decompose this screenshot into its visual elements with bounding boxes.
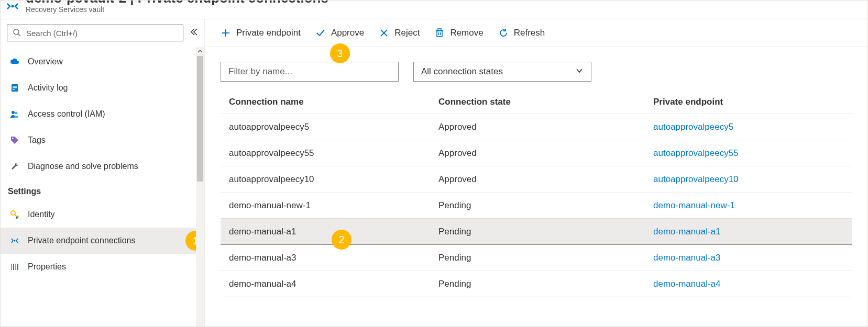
callout-3: 3 xyxy=(330,43,350,63)
sidebar-search-input[interactable] xyxy=(26,29,178,38)
table-row[interactable]: autoapprovalpeecy5 Approved autoapproval… xyxy=(221,114,852,140)
svg-rect-16 xyxy=(17,264,18,270)
endpoint-link[interactable]: autoapprovalpeecy10 xyxy=(653,174,739,184)
plus-icon xyxy=(221,28,231,38)
resource-icon xyxy=(5,1,20,16)
search-icon xyxy=(13,28,21,38)
svg-rect-4 xyxy=(13,86,17,87)
table-row[interactable]: demo-manual-a1 2 Pending demo-manual-a1 xyxy=(221,219,852,245)
cloud-icon xyxy=(10,57,19,66)
table-row[interactable]: demo-manual-a4 Pending demo-manual-a4 xyxy=(221,271,852,297)
cell-state: Approved xyxy=(430,148,645,159)
cell-name: demo-manual-new-1 xyxy=(221,200,430,211)
endpoint-link[interactable]: autoapprovalpeecy55 xyxy=(653,148,739,158)
select-value: All connection states xyxy=(421,66,503,77)
svg-rect-6 xyxy=(13,89,15,90)
table-header: Connection name Connection state Private… xyxy=(221,90,852,114)
sidebar-item-label: Private endpoint connections xyxy=(28,236,135,245)
log-icon xyxy=(10,83,19,93)
svg-rect-15 xyxy=(15,264,16,270)
sidebar-item-identity[interactable]: Identity xyxy=(1,201,204,228)
col-private-endpoint[interactable]: Private endpoint xyxy=(645,97,852,107)
filter-by-name-input[interactable] xyxy=(221,62,399,82)
cell-name: demo-manual-a3 xyxy=(221,253,430,263)
sidebar-item-label: Diagnose and solve problems xyxy=(28,162,138,171)
svg-rect-25 xyxy=(438,29,441,30)
cell-name: demo-manual-a1 2 xyxy=(221,227,430,237)
cell-state: Pending xyxy=(430,200,645,211)
command-bar: Private endpoint Approve 3 Reject Remov xyxy=(205,19,867,47)
sidebar-item-overview[interactable]: Overview xyxy=(1,49,204,75)
sidebar-item-label: Properties xyxy=(28,262,66,272)
resource-type-subtitle: Recovery Services vault xyxy=(26,5,328,14)
trash-icon xyxy=(434,28,445,38)
private-link-icon xyxy=(10,236,19,245)
connections-table: Connection name Connection state Private… xyxy=(205,90,867,297)
collapse-sidebar-button[interactable] xyxy=(188,26,200,40)
remove-button[interactable]: Remove xyxy=(434,28,483,38)
sidebar-item-private-endpoint[interactable]: Private endpoint connections 1 xyxy=(1,228,204,254)
check-icon xyxy=(315,28,326,38)
svg-point-7 xyxy=(12,111,15,114)
sidebar-scrollbar[interactable] xyxy=(196,47,204,326)
svg-point-9 xyxy=(12,138,13,139)
endpoint-link[interactable]: demo-manual-a3 xyxy=(653,253,721,263)
content-pane: Private endpoint Approve 3 Reject Remov xyxy=(205,19,867,326)
svg-rect-14 xyxy=(13,264,14,270)
x-icon xyxy=(379,28,389,38)
cell-name: autoapprovalpeecy5 xyxy=(221,122,430,132)
sidebar-item-diagnose[interactable]: Diagnose and solve problems xyxy=(1,153,204,179)
refresh-icon xyxy=(498,28,509,38)
svg-point-10 xyxy=(11,211,15,215)
sidebar-item-label: Activity log xyxy=(28,83,68,93)
cell-state: Pending xyxy=(430,253,645,263)
table-row[interactable]: demo-manual-a3 Pending demo-manual-a3 xyxy=(221,245,852,271)
sidebar-item-tags[interactable]: Tags xyxy=(1,127,204,153)
sidebar-item-activity-log[interactable]: Activity log xyxy=(1,75,204,101)
refresh-button[interactable]: Refresh xyxy=(498,28,545,38)
table-row[interactable]: autoapprovalpeecy10 Approved autoapprova… xyxy=(221,166,852,193)
callout-2: 2 xyxy=(332,230,351,250)
endpoint-link[interactable]: demo-manual-new-1 xyxy=(653,200,735,210)
svg-line-2 xyxy=(18,34,20,36)
table-row[interactable]: autoapprovalpeecy55 Approved autoapprova… xyxy=(221,140,852,166)
reject-button[interactable]: Reject xyxy=(379,28,420,38)
sidebar-item-properties[interactable]: Properties xyxy=(1,254,204,280)
col-connection-name[interactable]: Connection name xyxy=(221,97,430,107)
sidebar-search[interactable] xyxy=(7,25,183,41)
toolbar-label: Reject xyxy=(394,28,420,38)
endpoint-link[interactable]: demo-manual-a4 xyxy=(653,279,721,289)
sidebar-item-label: Identity xyxy=(28,210,55,219)
svg-point-1 xyxy=(14,29,19,35)
toolbar-label: Remove xyxy=(450,28,483,38)
svg-rect-21 xyxy=(437,31,442,37)
cell-name: autoapprovalpeecy55 xyxy=(221,148,430,159)
cell-name: demo-manual-a4 xyxy=(221,279,430,289)
svg-point-12 xyxy=(14,240,16,242)
add-private-endpoint-button[interactable]: Private endpoint xyxy=(221,28,301,38)
sidebar-item-access-control[interactable]: Access control (IAM) xyxy=(1,101,204,127)
sidebar-item-label: Overview xyxy=(28,57,63,66)
properties-icon xyxy=(10,262,19,272)
endpoint-link[interactable]: demo-manual-a1 xyxy=(653,227,721,236)
scroll-up-icon[interactable] xyxy=(196,47,204,56)
svg-point-11 xyxy=(16,217,18,219)
sidebar-item-label: Tags xyxy=(28,136,46,145)
toolbar-label: Approve xyxy=(331,28,364,38)
cell-state: Approved xyxy=(430,174,645,185)
chevron-down-icon xyxy=(575,66,584,77)
cell-name: autoapprovalpeecy10 xyxy=(221,174,430,185)
endpoint-link[interactable]: autoapprovalpeecy5 xyxy=(653,122,733,132)
svg-point-8 xyxy=(15,112,18,115)
wrench-icon xyxy=(10,162,19,171)
cell-state: Pending xyxy=(430,227,645,237)
approve-button[interactable]: Approve 3 xyxy=(315,28,364,38)
cell-state: Approved xyxy=(430,122,645,132)
table-row[interactable]: demo-manual-new-1 Pending demo-manual-ne… xyxy=(221,193,852,219)
col-connection-state[interactable]: Connection state xyxy=(430,97,645,107)
connection-state-select[interactable]: All connection states xyxy=(413,62,591,82)
scrollbar-thumb[interactable] xyxy=(197,56,203,182)
people-icon xyxy=(10,109,19,119)
toolbar-label: Refresh xyxy=(514,28,545,38)
sidebar-group-settings: Settings xyxy=(1,179,204,201)
